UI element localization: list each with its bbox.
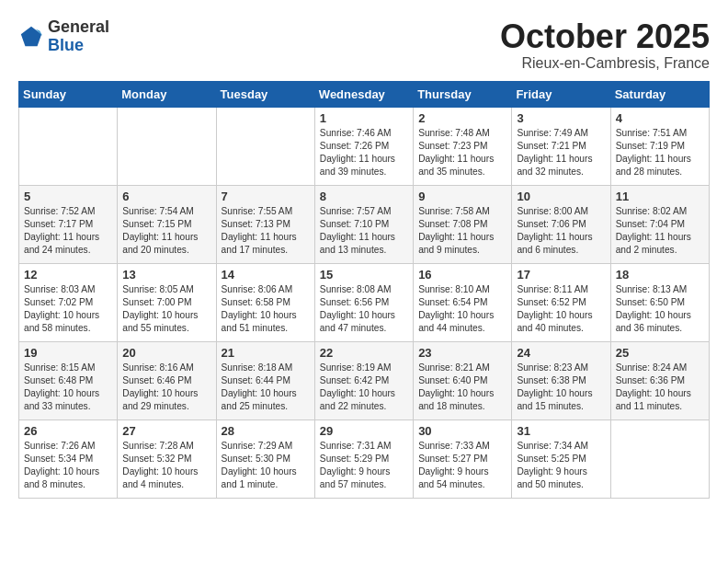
calendar-cell: 24Sunrise: 8:23 AM Sunset: 6:38 PM Dayli… — [512, 341, 610, 419]
calendar-cell: 21Sunrise: 8:18 AM Sunset: 6:44 PM Dayli… — [216, 341, 314, 419]
day-info: Sunrise: 7:54 AM Sunset: 7:15 PM Dayligh… — [122, 205, 210, 258]
calendar-cell: 26Sunrise: 7:26 AM Sunset: 5:34 PM Dayli… — [19, 419, 118, 498]
calendar-week-1: 1Sunrise: 7:46 AM Sunset: 7:26 PM Daylig… — [19, 107, 710, 185]
calendar-cell: 22Sunrise: 8:19 AM Sunset: 6:42 PM Dayli… — [314, 341, 413, 419]
day-info: Sunrise: 8:05 AM Sunset: 7:00 PM Dayligh… — [122, 283, 210, 336]
day-info: Sunrise: 7:49 AM Sunset: 7:21 PM Dayligh… — [517, 127, 605, 179]
day-info: Sunrise: 8:03 AM Sunset: 7:02 PM Dayligh… — [24, 283, 112, 336]
day-info: Sunrise: 8:00 AM Sunset: 7:06 PM Dayligh… — [517, 205, 605, 258]
day-info: Sunrise: 7:58 AM Sunset: 7:08 PM Dayligh… — [418, 205, 506, 258]
day-info: Sunrise: 7:48 AM Sunset: 7:23 PM Dayligh… — [418, 127, 506, 179]
day-info: Sunrise: 8:08 AM Sunset: 6:56 PM Dayligh… — [320, 283, 408, 336]
day-info: Sunrise: 7:51 AM Sunset: 7:19 PM Dayligh… — [616, 127, 704, 179]
day-number: 31 — [517, 424, 605, 438]
calendar-cell: 15Sunrise: 8:08 AM Sunset: 6:56 PM Dayli… — [314, 263, 413, 341]
day-number: 19 — [24, 346, 112, 360]
day-number: 5 — [24, 190, 112, 203]
logo: General Blue — [18, 18, 109, 55]
header-row: Sunday Monday Tuesday Wednesday Thursday… — [19, 81, 710, 107]
header-sunday: Sunday — [19, 81, 118, 107]
calendar-cell: 2Sunrise: 7:48 AM Sunset: 7:23 PM Daylig… — [414, 107, 512, 185]
day-info: Sunrise: 8:23 AM Sunset: 6:38 PM Dayligh… — [517, 362, 605, 414]
day-info: Sunrise: 8:10 AM Sunset: 6:54 PM Dayligh… — [418, 283, 506, 336]
calendar-week-4: 19Sunrise: 8:15 AM Sunset: 6:48 PM Dayli… — [19, 341, 710, 419]
day-number: 30 — [418, 424, 506, 438]
day-info: Sunrise: 8:02 AM Sunset: 7:04 PM Dayligh… — [616, 205, 704, 258]
day-info: Sunrise: 7:34 AM Sunset: 5:25 PM Dayligh… — [517, 440, 605, 492]
calendar-cell: 23Sunrise: 8:21 AM Sunset: 6:40 PM Dayli… — [414, 341, 512, 419]
day-number: 9 — [418, 190, 506, 203]
calendar-cell: 13Sunrise: 8:05 AM Sunset: 7:00 PM Dayli… — [118, 263, 216, 341]
day-info: Sunrise: 8:15 AM Sunset: 6:48 PM Dayligh… — [24, 362, 112, 414]
calendar-cell — [610, 419, 709, 498]
calendar-cell: 3Sunrise: 7:49 AM Sunset: 7:21 PM Daylig… — [512, 107, 610, 185]
day-number: 20 — [122, 346, 210, 360]
day-number: 4 — [616, 111, 704, 125]
day-number: 24 — [517, 346, 605, 360]
calendar-cell — [118, 107, 216, 185]
calendar-table: Sunday Monday Tuesday Wednesday Thursday… — [18, 81, 710, 499]
calendar-cell: 5Sunrise: 7:52 AM Sunset: 7:17 PM Daylig… — [19, 185, 118, 263]
calendar-cell: 28Sunrise: 7:29 AM Sunset: 5:30 PM Dayli… — [216, 419, 314, 498]
calendar-body: 1Sunrise: 7:46 AM Sunset: 7:26 PM Daylig… — [19, 107, 710, 498]
day-info: Sunrise: 8:21 AM Sunset: 6:40 PM Dayligh… — [418, 362, 506, 414]
day-number: 10 — [517, 190, 605, 203]
calendar-cell: 29Sunrise: 7:31 AM Sunset: 5:29 PM Dayli… — [314, 419, 413, 498]
day-number: 13 — [122, 268, 210, 282]
day-number: 8 — [320, 190, 408, 203]
logo-general-text: General — [48, 18, 109, 37]
day-info: Sunrise: 8:16 AM Sunset: 6:46 PM Dayligh… — [122, 362, 210, 414]
day-number: 3 — [517, 111, 605, 125]
calendar-cell: 4Sunrise: 7:51 AM Sunset: 7:19 PM Daylig… — [610, 107, 709, 185]
day-number: 26 — [24, 424, 112, 438]
svg-marker-0 — [21, 27, 41, 46]
day-info: Sunrise: 8:19 AM Sunset: 6:42 PM Dayligh… — [320, 362, 408, 414]
logo-icon — [18, 24, 44, 50]
day-info: Sunrise: 7:29 AM Sunset: 5:30 PM Dayligh… — [222, 440, 310, 492]
calendar-cell: 31Sunrise: 7:34 AM Sunset: 5:25 PM Dayli… — [512, 419, 610, 498]
day-number: 7 — [222, 190, 310, 203]
calendar-week-5: 26Sunrise: 7:26 AM Sunset: 5:34 PM Dayli… — [19, 419, 710, 498]
day-info: Sunrise: 7:26 AM Sunset: 5:34 PM Dayligh… — [24, 440, 112, 492]
day-number: 27 — [122, 424, 210, 438]
calendar-cell: 1Sunrise: 7:46 AM Sunset: 7:26 PM Daylig… — [314, 107, 413, 185]
calendar-cell: 19Sunrise: 8:15 AM Sunset: 6:48 PM Dayli… — [19, 341, 118, 419]
calendar-cell — [216, 107, 314, 185]
logo-blue-text: Blue — [48, 37, 109, 55]
calendar-cell: 27Sunrise: 7:28 AM Sunset: 5:32 PM Dayli… — [118, 419, 216, 498]
day-number: 17 — [517, 268, 605, 282]
calendar-cell: 8Sunrise: 7:57 AM Sunset: 7:10 PM Daylig… — [314, 185, 413, 263]
day-info: Sunrise: 7:55 AM Sunset: 7:13 PM Dayligh… — [222, 205, 310, 258]
day-number: 29 — [320, 424, 408, 438]
day-number: 25 — [616, 346, 704, 360]
day-number: 22 — [320, 346, 408, 360]
header-monday: Monday — [118, 81, 216, 107]
calendar-week-3: 12Sunrise: 8:03 AM Sunset: 7:02 PM Dayli… — [19, 263, 710, 341]
calendar-cell: 25Sunrise: 8:24 AM Sunset: 6:36 PM Dayli… — [610, 341, 709, 419]
day-number: 12 — [24, 268, 112, 282]
calendar-cell: 10Sunrise: 8:00 AM Sunset: 7:06 PM Dayli… — [512, 185, 610, 263]
day-info: Sunrise: 8:24 AM Sunset: 6:36 PM Dayligh… — [616, 362, 704, 414]
day-info: Sunrise: 7:33 AM Sunset: 5:27 PM Dayligh… — [418, 440, 506, 492]
calendar-cell: 20Sunrise: 8:16 AM Sunset: 6:46 PM Dayli… — [118, 341, 216, 419]
day-number: 2 — [418, 111, 506, 125]
day-number: 28 — [222, 424, 310, 438]
calendar-cell: 12Sunrise: 8:03 AM Sunset: 7:02 PM Dayli… — [19, 263, 118, 341]
day-info: Sunrise: 7:52 AM Sunset: 7:17 PM Dayligh… — [24, 205, 112, 258]
calendar-cell: 18Sunrise: 8:13 AM Sunset: 6:50 PM Dayli… — [610, 263, 709, 341]
header-saturday: Saturday — [610, 81, 709, 107]
calendar-cell: 17Sunrise: 8:11 AM Sunset: 6:52 PM Dayli… — [512, 263, 610, 341]
calendar-cell: 11Sunrise: 8:02 AM Sunset: 7:04 PM Dayli… — [610, 185, 709, 263]
day-info: Sunrise: 8:11 AM Sunset: 6:52 PM Dayligh… — [517, 283, 605, 336]
calendar-cell: 30Sunrise: 7:33 AM Sunset: 5:27 PM Dayli… — [414, 419, 512, 498]
day-number: 23 — [418, 346, 506, 360]
logo-text: General Blue — [48, 18, 109, 55]
day-number: 1 — [320, 111, 408, 125]
day-number: 16 — [418, 268, 506, 282]
calendar-header: Sunday Monday Tuesday Wednesday Thursday… — [19, 81, 710, 107]
calendar-title: October 2025 — [500, 18, 710, 55]
day-number: 21 — [222, 346, 310, 360]
day-number: 15 — [320, 268, 408, 282]
page-header: General Blue October 2025 Rieux-en-Cambr… — [18, 18, 710, 72]
day-info: Sunrise: 8:06 AM Sunset: 6:58 PM Dayligh… — [222, 283, 310, 336]
